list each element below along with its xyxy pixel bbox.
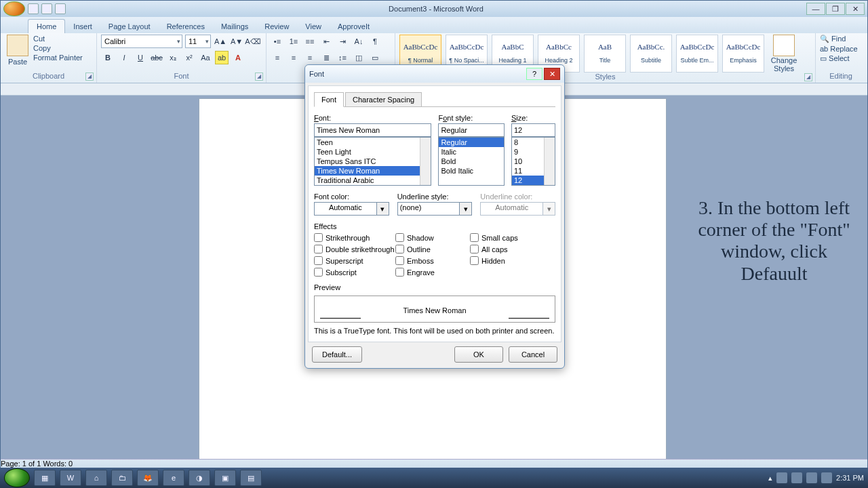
list-item[interactable]: Teen <box>315 138 431 147</box>
cut-button[interactable]: Cut <box>33 35 83 43</box>
ok-button[interactable]: OK <box>454 346 503 363</box>
style-tile[interactable]: AaBbCc.Subtitle <box>630 35 672 73</box>
change-styles-button[interactable]: Change Styles <box>768 35 800 73</box>
list-item[interactable]: Traditional Arabic <box>315 176 431 185</box>
subscript-button[interactable]: x₂ <box>166 51 180 64</box>
ribbon-tab-mailings[interactable]: Mailings <box>213 20 256 33</box>
font-style-listbox[interactable]: RegularItalicBoldBold Italic <box>438 137 505 186</box>
font-dialog-launcher[interactable]: ◢ <box>255 73 263 81</box>
align-left-button[interactable]: ≡ <box>271 51 284 64</box>
dialog-close-button[interactable]: ✕ <box>544 68 560 80</box>
ribbon-tab-approveit[interactable]: ApproveIt <box>330 20 378 33</box>
superscript-checkbox[interactable]: Superscript <box>314 256 395 265</box>
tray-battery-icon[interactable] <box>821 472 832 483</box>
list-item[interactable]: Times New Roman <box>315 166 431 176</box>
hidden-checkbox[interactable]: Hidden <box>470 256 545 265</box>
ribbon-tab-home[interactable]: Home <box>28 19 65 33</box>
list-item[interactable]: Bold Italic <box>439 166 504 176</box>
size-input[interactable] <box>511 123 555 137</box>
list-item[interactable]: Tempus Sans ITC <box>315 157 431 166</box>
office-button[interactable] <box>3 1 25 16</box>
font-family-combo[interactable]: Calibri <box>101 35 182 48</box>
style-tile[interactable]: AaBbCcDcEmphasis <box>722 35 764 73</box>
line-spacing-button[interactable]: ↕≡ <box>336 51 349 64</box>
grow-font-icon[interactable]: A▲ <box>214 35 227 48</box>
font-color-dropdown[interactable]: Automatic▾ <box>314 202 389 216</box>
style-tile[interactable]: AaBTitle <box>584 35 626 73</box>
format-painter-button[interactable]: Format Painter <box>33 54 83 62</box>
decrease-indent-button[interactable]: ⇤ <box>319 35 333 48</box>
align-right-button[interactable]: ≡ <box>303 51 317 64</box>
taskbar-clock[interactable]: 2:31 PM <box>836 474 864 482</box>
font-color-button[interactable]: A <box>231 51 245 64</box>
tab-character-spacing[interactable]: Character Spacing <box>345 92 422 107</box>
copy-button[interactable]: Copy <box>33 44 83 52</box>
start-button[interactable] <box>4 468 30 487</box>
clear-formatting-icon[interactable]: A⌫ <box>246 35 260 48</box>
ribbon-tab-view[interactable]: View <box>297 20 330 33</box>
bullets-button[interactable]: •≡ <box>271 35 284 48</box>
ribbon-tab-review[interactable]: Review <box>256 20 297 33</box>
redo-icon[interactable] <box>55 3 66 14</box>
tray-flag-icon[interactable] <box>776 472 787 483</box>
taskbar-app-8[interactable]: ▣ <box>214 470 236 486</box>
smallcaps-checkbox[interactable]: Small caps <box>470 233 545 242</box>
close-button[interactable]: ✕ <box>846 3 865 15</box>
taskbar-app-9[interactable]: ▤ <box>240 470 262 486</box>
align-center-button[interactable]: ≡ <box>287 51 300 64</box>
tray-network-icon[interactable] <box>791 472 802 483</box>
shadow-checkbox[interactable]: Shadow <box>395 233 470 242</box>
paste-button[interactable]: Paste <box>5 35 31 66</box>
styles-dialog-launcher[interactable]: ◢ <box>804 73 812 81</box>
page-status[interactable]: Page: 1 of 1 <box>1 460 41 468</box>
font-name-input[interactable] <box>314 123 431 137</box>
clipboard-dialog-launcher[interactable]: ◢ <box>85 73 94 81</box>
undo-icon[interactable] <box>41 3 52 14</box>
emboss-checkbox[interactable]: Emboss <box>395 256 470 265</box>
shrink-font-icon[interactable]: A▼ <box>230 35 243 48</box>
change-case-button[interactable]: Aa <box>199 51 212 64</box>
increase-indent-button[interactable]: ⇥ <box>336 35 349 48</box>
taskbar-firefox-icon[interactable]: 🦊 <box>137 470 159 486</box>
justify-button[interactable]: ≣ <box>319 51 333 64</box>
select-button[interactable]: ▭ Select <box>820 54 850 63</box>
subscript-checkbox[interactable]: Subscript <box>314 268 395 277</box>
taskbar-app-2[interactable]: W <box>60 470 81 486</box>
font-style-input[interactable] <box>438 123 505 137</box>
borders-button[interactable]: ▭ <box>368 51 382 64</box>
find-button[interactable]: 🔍 Find <box>820 35 846 43</box>
cancel-button[interactable]: Cancel <box>509 346 557 363</box>
style-tile[interactable]: AaBbCcDcSubtle Em... <box>676 35 718 73</box>
restore-button[interactable]: ❐ <box>826 3 845 15</box>
save-icon[interactable] <box>28 3 39 14</box>
strikethrough-checkbox[interactable]: Strikethrough <box>314 233 395 242</box>
default-button[interactable]: Default... <box>312 346 362 363</box>
ribbon-tab-references[interactable]: References <box>159 20 213 33</box>
outline-checkbox[interactable]: Outline <box>395 245 470 253</box>
list-item[interactable]: Bold <box>439 157 504 166</box>
font-dialog-titlebar[interactable]: Font ? ✕ <box>305 65 564 83</box>
allcaps-checkbox[interactable]: All caps <box>470 245 545 253</box>
list-item[interactable]: Regular <box>439 138 504 147</box>
taskbar-app-1[interactable]: ▦ <box>34 470 56 486</box>
taskbar-ie-icon[interactable]: e <box>163 470 184 486</box>
font-listbox[interactable]: TeenTeen LightTempus Sans ITCTimes New R… <box>314 137 431 186</box>
underline-style-dropdown[interactable]: (none)▾ <box>397 202 473 216</box>
taskbar-app-4[interactable]: 🗀 <box>111 470 133 486</box>
help-button[interactable]: ? <box>526 68 542 80</box>
tab-font[interactable]: Font <box>314 92 344 107</box>
taskbar-app-3[interactable]: ⌂ <box>85 470 107 486</box>
list-item[interactable]: Teen Light <box>315 147 431 157</box>
strikethrough-button[interactable]: abc <box>150 51 163 64</box>
bold-button[interactable]: B <box>101 51 115 64</box>
font-size-combo[interactable]: 11 <box>185 35 211 48</box>
engrave-checkbox[interactable]: Engrave <box>395 268 470 277</box>
superscript-button[interactable]: x² <box>182 51 196 64</box>
size-listbox[interactable]: 89101112 <box>511 137 555 186</box>
replace-button[interactable]: ab Replace <box>820 45 858 53</box>
tray-chevron-icon[interactable]: ▴ <box>768 474 772 483</box>
list-item[interactable]: Italic <box>439 147 504 157</box>
minimize-button[interactable]: — <box>806 3 825 15</box>
ribbon-tab-page-layout[interactable]: Page Layout <box>100 20 159 33</box>
underline-button[interactable]: U <box>134 51 147 64</box>
